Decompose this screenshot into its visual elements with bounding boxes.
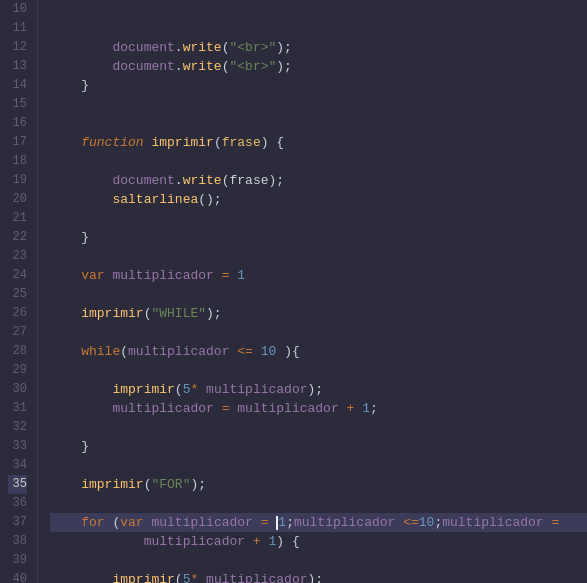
code-line: [50, 285, 587, 304]
line-number: 26: [8, 304, 27, 323]
line-number: 31: [8, 399, 27, 418]
token-punct: }: [81, 78, 89, 93]
token-kw-for: for: [81, 515, 104, 530]
line-number: 18: [8, 152, 27, 171]
token-kw-var: var: [81, 268, 104, 283]
line-number: 23: [8, 247, 27, 266]
token-fn-imprimir: saltarlinea: [112, 192, 198, 207]
token-indent: [50, 477, 81, 492]
token-indent: [50, 268, 81, 283]
token-str: "<br>": [229, 59, 276, 74]
token-plain: [214, 268, 222, 283]
token-punct: ;: [286, 515, 294, 530]
token-punct: (: [175, 382, 183, 397]
token-indent: [50, 439, 81, 454]
token-var-name: multiplicador: [128, 344, 229, 359]
line-number: 20: [8, 190, 27, 209]
code-editor: 1011121314151617181920212223242526272829…: [0, 0, 587, 583]
token-punct: );: [190, 477, 206, 492]
token-var-name: multiplicador: [112, 268, 213, 283]
token-punct: ) {: [276, 534, 299, 549]
token-indent: [50, 401, 112, 416]
token-num: 10: [261, 344, 277, 359]
line-number: 12: [8, 38, 27, 57]
line-number: 35: [8, 475, 27, 494]
token-punct: }: [81, 439, 89, 454]
code-line: }: [50, 76, 587, 95]
code-line: imprimir("WHILE");: [50, 304, 587, 323]
token-indent: [50, 173, 112, 188]
code-line: imprimir(5* multiplicador);: [50, 570, 587, 583]
token-op: =: [551, 515, 559, 530]
code-line: [50, 551, 587, 570]
token-plain: [198, 382, 206, 397]
token-num: 1: [237, 268, 245, 283]
token-kw-document: document: [112, 59, 174, 74]
line-number: 17: [8, 133, 27, 152]
line-number: 25: [8, 285, 27, 304]
token-str: "<br>": [229, 40, 276, 55]
line-number: 34: [8, 456, 27, 475]
code-line: function imprimir(frase) {: [50, 133, 587, 152]
token-punct: .: [175, 173, 183, 188]
token-indent: [50, 306, 81, 321]
token-punct: ();: [198, 192, 221, 207]
token-var-name: multiplicador: [151, 515, 252, 530]
code-line: [50, 114, 587, 133]
token-kw-var: var: [120, 515, 143, 530]
token-str: "FOR": [151, 477, 190, 492]
code-line: }: [50, 228, 587, 247]
token-num: 10: [419, 515, 435, 530]
token-indent: [50, 515, 81, 530]
code-line: [50, 323, 587, 342]
line-number: 21: [8, 209, 27, 228]
line-number: 22: [8, 228, 27, 247]
code-line: for (var multiplicador = 1;multiplicador…: [50, 513, 587, 532]
line-number: 11: [8, 19, 27, 38]
token-str: "WHILE": [151, 306, 206, 321]
token-plain: [354, 401, 362, 416]
token-var-name: multiplicador: [294, 515, 395, 530]
token-fn-imprimir: imprimir: [112, 382, 174, 397]
token-plain: [245, 534, 253, 549]
token-punct: );: [276, 40, 292, 55]
code-line: [50, 361, 587, 380]
line-number: 39: [8, 551, 27, 570]
line-number: 13: [8, 57, 27, 76]
line-number: 24: [8, 266, 27, 285]
line-number: 33: [8, 437, 27, 456]
line-number: 32: [8, 418, 27, 437]
line-number: 38: [8, 532, 27, 551]
line-number: 15: [8, 95, 27, 114]
token-indent: [50, 230, 81, 245]
token-plain: [253, 515, 261, 530]
token-indent: [50, 59, 112, 74]
token-indent2: [50, 534, 144, 549]
token-punct: }: [81, 230, 89, 245]
code-content[interactable]: document.write("<br>"); document.write("…: [38, 0, 587, 583]
token-num: 1: [278, 515, 286, 530]
token-fn-name: write: [183, 40, 222, 55]
token-punct: );: [308, 382, 324, 397]
token-var-name: multiplicador: [112, 401, 213, 416]
token-op: <=: [237, 344, 253, 359]
token-punct: .: [175, 59, 183, 74]
token-var-name: multiplicador: [206, 382, 307, 397]
token-kw-while: while: [81, 344, 120, 359]
token-plain: frase: [229, 173, 268, 188]
token-var-name: multiplicador: [442, 515, 543, 530]
line-number: 37: [8, 513, 27, 532]
token-punct: ) {: [261, 135, 284, 150]
code-line: [50, 247, 587, 266]
code-line: while(multiplicador <= 10 ){: [50, 342, 587, 361]
code-line: document.write("<br>");: [50, 57, 587, 76]
token-fn-name: write: [183, 59, 222, 74]
token-punct: (: [120, 344, 128, 359]
token-var-name: multiplicador: [237, 401, 338, 416]
token-op: =: [261, 515, 269, 530]
line-number: 30: [8, 380, 27, 399]
code-line: [50, 95, 587, 114]
code-line: [50, 418, 587, 437]
token-punct: );: [269, 173, 285, 188]
line-number: 29: [8, 361, 27, 380]
